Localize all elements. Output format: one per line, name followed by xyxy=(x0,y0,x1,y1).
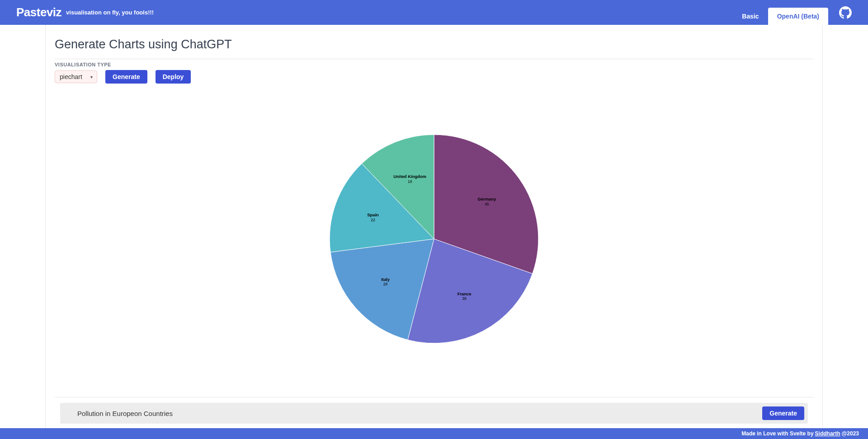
slice-value: 35 xyxy=(462,296,467,301)
slice-label: United Kingdom xyxy=(393,174,426,179)
chart-area: Germany45France35Italy28Spain22United Ki… xyxy=(55,84,813,394)
prompt-generate-button[interactable]: Generate xyxy=(762,406,804,420)
slice-label: Italy xyxy=(381,277,390,282)
slice-value: 45 xyxy=(485,202,489,206)
tab-openai[interactable]: OpenAI (Beta) xyxy=(768,8,828,25)
deploy-button[interactable]: Deploy xyxy=(156,70,191,84)
navbar: Pasteviz visualisation on fly, you fools… xyxy=(0,0,868,25)
brand-logo[interactable]: Pasteviz xyxy=(16,5,61,19)
footer-prefix: Made in Love with Svelte by xyxy=(741,430,813,437)
slice-label: Spain xyxy=(367,212,379,217)
slice-value: 28 xyxy=(383,282,388,286)
github-icon[interactable] xyxy=(839,6,852,19)
slice-value: 22 xyxy=(371,218,375,222)
divider xyxy=(55,397,813,397)
page-content: Generate Charts using ChatGPT VISUALISAT… xyxy=(45,25,823,428)
slice-value: 18 xyxy=(408,179,412,184)
tab-basic[interactable]: Basic xyxy=(733,8,768,25)
controls-block: VISUALISATION TYPE piechart ▾ Generate D… xyxy=(55,59,813,84)
slice-label: Germany xyxy=(477,196,496,201)
slice-label: France xyxy=(458,291,472,296)
brand-tagline: visualisation on fly, you fools!!! xyxy=(66,9,154,16)
nav-right: Basic OpenAI (Beta) xyxy=(733,0,852,25)
page-title: Generate Charts using ChatGPT xyxy=(55,37,813,51)
controls-row: piechart ▾ Generate Deploy xyxy=(55,70,813,84)
prompt-row: Generate xyxy=(60,403,808,424)
footer-suffix: @2023 xyxy=(842,430,859,437)
footer: Made in Love with Svelte by Siddharth @2… xyxy=(0,428,868,439)
prompt-input[interactable] xyxy=(77,410,756,417)
pie-chart: Germany45France35Italy28Spain22United Ki… xyxy=(323,128,545,350)
footer-author-link[interactable]: Siddharth xyxy=(815,430,840,437)
generate-button[interactable]: Generate xyxy=(105,70,147,84)
vis-type-select[interactable]: piechart xyxy=(55,70,97,83)
vis-type-label: VISUALISATION TYPE xyxy=(55,62,813,67)
